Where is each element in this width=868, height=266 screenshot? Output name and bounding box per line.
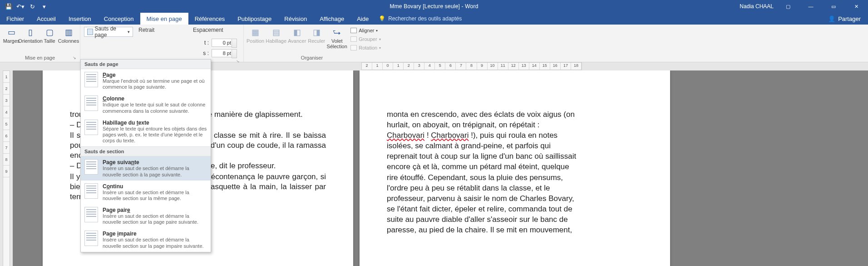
save-icon[interactable]: 💾 [4, 1, 14, 11]
qat-more-icon[interactable]: ▾ [39, 1, 49, 11]
menu-item-title: Habillage du texte [103, 120, 207, 126]
tab-insertion[interactable]: Insertion [62, 13, 98, 25]
page-thumb-icon [84, 159, 98, 175]
selection-pane-button[interactable]: ⮑Volet Sélection [326, 26, 348, 50]
breaks-label: Sauts de page [95, 25, 126, 38]
menu-item-continu[interactable]: ContinuInsère un saut de section et déma… [81, 181, 211, 204]
horizontal-ruler-page2[interactable]: 210123456789101112131415161718 [361, 62, 582, 70]
taille-button[interactable]: ▢Taille [40, 26, 59, 45]
chevron-down-icon: ▾ [128, 30, 130, 34]
breaks-dropdown-menu: Sauts de page PageMarque l'endroit où se… [80, 59, 211, 252]
group-icon [350, 36, 357, 42]
quick-access-toolbar: 💾 ↶▾ ↻ ▾ [0, 1, 49, 11]
page-text: monta en crescendo, avec des éclats de v… [387, 110, 643, 235]
taille-icon: ▢ [42, 27, 57, 37]
group-label-arrange: Organiser [246, 54, 378, 62]
ribbon-display-icon[interactable]: ▢ [778, 0, 798, 13]
selection-pane-icon: ⮑ [330, 27, 344, 37]
chevron-down-icon: ▾ [376, 29, 378, 33]
dropdown-header-page-breaks: Sauts de page [81, 60, 211, 69]
position-icon: ▦ [248, 27, 263, 37]
align-dropdown[interactable]: Aligner▾ [350, 26, 381, 35]
restore-button[interactable]: ▭ [824, 0, 843, 13]
page-thumb-icon [84, 231, 98, 246]
forward-icon: ◧ [290, 27, 304, 37]
share-icon: 👤 [828, 15, 835, 22]
wrap-text-button: ▤Habillage [265, 26, 287, 45]
spacing-after-input[interactable]: 8 pt [212, 49, 232, 57]
menu-item-desc: Sépare le texte qui entoure les objets d… [103, 126, 207, 144]
menu-item-title: Page suivante [103, 159, 207, 166]
app-title: Mme Bovary [Lecture seule] - Word [390, 3, 478, 10]
page-thumb-icon [84, 72, 98, 87]
page-thumb-icon [84, 95, 98, 111]
ribbon-tabs: FichierAccueilInsertionConceptionMise en… [0, 13, 868, 25]
user-name[interactable]: Nadia CHAAL [740, 3, 774, 10]
menu-item-title: Page [103, 72, 207, 78]
dialog-launcher-icon[interactable]: ↘ [72, 55, 77, 61]
menu-item-page-impaire[interactable]: Page impaireInsère un saut de section et… [81, 228, 211, 251]
tab-références[interactable]: Références [188, 13, 231, 25]
menu-item-desc: Indique que le texte qui suit le saut de… [103, 102, 207, 114]
orientation-button[interactable]: ▯Orientation [21, 26, 40, 45]
menu-item-title: Page paire [103, 207, 207, 213]
backward-icon: ◨ [309, 27, 324, 37]
share-button[interactable]: 👤 Partager [821, 13, 868, 25]
user-area: Nadia CHAAL ▢ ― ▭ ✕ [740, 0, 868, 13]
send-backward-button: ◨Reculer [307, 26, 326, 45]
tab-révision[interactable]: Révision [278, 13, 313, 25]
share-label: Partager [838, 15, 861, 22]
spacing-before-input[interactable]: 0 pt [212, 39, 232, 47]
page-thumb-icon [84, 120, 98, 135]
wrap-icon: ▤ [269, 27, 283, 37]
group-page-setup: ▭Marges▯Orientation▢Taille▥Colonnes Mise… [0, 25, 80, 62]
breaks-dropdown-button[interactable]: Sauts de page ▾ [84, 27, 133, 37]
tell-me-label: Rechercher des outils adaptés [388, 15, 462, 22]
tab-accueil[interactable]: Accueil [30, 13, 62, 25]
tell-me-search[interactable]: 💡 Rechercher des outils adaptés [379, 13, 462, 25]
retrait-heading: Retrait [135, 25, 189, 38]
tab-aide[interactable]: Aide [350, 13, 375, 25]
undo-icon[interactable]: ↶▾ [15, 1, 25, 11]
menu-item-title: Colonne [103, 95, 207, 102]
close-button[interactable]: ✕ [846, 0, 866, 13]
menu-item-habillage-du-texte[interactable]: Habillage du texteSépare le texte qui en… [81, 117, 211, 147]
rotate-dropdown: Rotation▾ [350, 44, 381, 52]
tab-affichage[interactable]: Affichage [313, 13, 350, 25]
menu-item-page[interactable]: PageMarque l'endroit où se termine une p… [81, 69, 211, 93]
page-thumb-icon [84, 207, 98, 222]
spacing-before-label: t : [204, 40, 209, 46]
colonnes-icon: ▥ [61, 27, 76, 37]
page-thumb-icon [84, 183, 98, 199]
menu-item-desc: Marque l'endroit où se termine une page … [103, 78, 207, 90]
menu-item-page-suivante[interactable]: Page suivanteInsère un saut de section e… [81, 156, 211, 180]
menu-item-page-paire[interactable]: Page paireInsère un saut de section et d… [81, 204, 211, 228]
menu-item-desc: Insère un saut de section et démarre la … [103, 190, 207, 201]
orientation-icon: ▯ [23, 27, 38, 37]
group-arrange: ▦Position ▤Habillage ◧Avancer ◨Reculer ⮑… [244, 25, 380, 62]
dropdown-header-section-breaks: Sauts de section [81, 146, 211, 156]
espacement-heading: Espacement [189, 25, 242, 38]
menu-item-colonne[interactable]: ColonneIndique que le texte qui suit le … [81, 93, 211, 116]
document-page-2[interactable]: monta en crescendo, avec des éclats de v… [360, 70, 670, 266]
group-paragraph: Sauts de page ▾ Retrait Espacement t : 0… [80, 25, 244, 62]
tab-conception[interactable]: Conception [98, 13, 140, 25]
rotate-icon [350, 45, 357, 50]
tab-publipostage[interactable]: Publipostage [231, 13, 278, 25]
vertical-ruler[interactable]: 123456789 [0, 70, 13, 266]
tab-mise-en-page[interactable]: Mise en page [140, 13, 188, 25]
page-break-icon [87, 29, 93, 35]
spacing-after-label: s : [203, 50, 209, 56]
lightbulb-icon: 💡 [379, 15, 385, 22]
minimize-button[interactable]: ― [801, 0, 821, 13]
colonnes-button[interactable]: ▥Colonnes [59, 26, 78, 45]
tab-fichier[interactable]: Fichier [0, 13, 30, 25]
group-label-page-setup: Mise en page ↘ [2, 54, 78, 62]
marges-icon: ▭ [4, 27, 19, 37]
menu-item-desc: Insère un saut de section et démarre la … [103, 213, 207, 225]
group-dropdown: Grouper▾ [350, 35, 381, 43]
title-bar: 💾 ↶▾ ↻ ▾ Mme Bovary [Lecture seule] - Wo… [0, 0, 868, 13]
redo-icon[interactable]: ↻ [27, 1, 37, 11]
align-icon [350, 28, 357, 33]
position-button: ▦Position [246, 26, 265, 45]
